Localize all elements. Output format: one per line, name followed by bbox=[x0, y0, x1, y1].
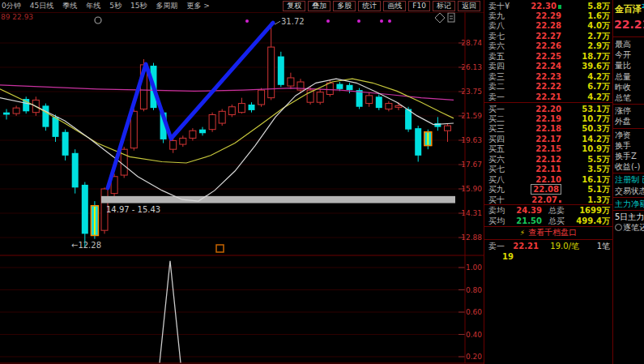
support-band: 14.97 - 15.43 bbox=[101, 196, 455, 214]
ask-label: 卖四 bbox=[488, 62, 514, 71]
bid-price: 22.19 bbox=[514, 114, 561, 124]
ask-volume: 4.2万 bbox=[561, 72, 612, 82]
toolbar-button-7[interactable]: 返回 bbox=[458, 1, 480, 11]
menu-item-2[interactable]: 季线 bbox=[62, 1, 77, 11]
candlestick-chart[interactable]: 28.7426.1323.7521.5919.6317.6715.9014.31… bbox=[0, 0, 484, 364]
bid-label: 买九 bbox=[488, 185, 514, 195]
toolbar-button-1[interactable]: 叠加 bbox=[308, 1, 331, 11]
buy-average-row: 买均 21.50 总买 499.4万 bbox=[484, 216, 612, 226]
bid-price: 22.07 bbox=[514, 195, 561, 205]
bid-volume: 16.1万 bbox=[561, 175, 612, 185]
toolbar-button-0[interactable]: 复权 bbox=[283, 1, 305, 11]
stat-label-10: 净资 bbox=[615, 130, 631, 140]
ask-row-8[interactable]: 卖三22.234.2万 bbox=[484, 71, 612, 82]
bid-row-1[interactable]: 买一22.2053.1万 bbox=[484, 104, 612, 114]
bid-volume: 53.1万 bbox=[561, 105, 612, 114]
divider bbox=[613, 36, 644, 37]
menu-item-6[interactable]: 多周期 bbox=[156, 1, 177, 11]
bid-row-3[interactable]: 买三22.1850.3万 bbox=[484, 124, 612, 135]
chart-frame-lines bbox=[0, 12, 484, 363]
bid-volume: 3.5万 bbox=[561, 165, 612, 174]
ask-label: 卖十¥ bbox=[488, 2, 514, 11]
bid-price: 22.11 bbox=[514, 165, 561, 174]
svg-text:←12.28: ←12.28 bbox=[71, 241, 101, 250]
view-full-depth-link[interactable]: ⚡ 查看千档盘口 bbox=[484, 227, 612, 238]
ask-volume: 2.7万 bbox=[561, 32, 612, 41]
ask-label: 卖七 bbox=[488, 32, 514, 41]
stat-label-21[interactable]: 逐笔还 bbox=[615, 222, 644, 233]
bid-row-9[interactable]: 买九22.085.1万 bbox=[484, 185, 612, 195]
ask-volume: 5.8万 bbox=[561, 2, 612, 11]
stat-label-8: 外盘 bbox=[615, 116, 631, 126]
svg-text:19.63: 19.63 bbox=[461, 136, 482, 144]
svg-text:1.00: 1.00 bbox=[466, 263, 482, 272]
bid-volume: 5.5万 bbox=[561, 155, 612, 165]
ask-row-3[interactable]: 卖八22.284.0万 bbox=[484, 21, 612, 32]
toolbar-button-4[interactable]: 画线 bbox=[383, 1, 406, 11]
stat-label-15: 注册制 已 bbox=[615, 174, 644, 185]
ask-row-9[interactable]: 卖二22.226.7万 bbox=[484, 82, 612, 92]
bid-volume: 5.1万 bbox=[561, 185, 612, 195]
bid-label: 买六 bbox=[488, 155, 514, 165]
bid-row-4[interactable]: 买四22.1714.2万 bbox=[484, 134, 612, 144]
ask-row-6[interactable]: 卖五22.2518.7万 bbox=[484, 51, 612, 62]
ask-price: 22.23 bbox=[514, 72, 561, 82]
stat-label-2: 量比 bbox=[615, 60, 631, 71]
toolbar-button-3[interactable]: 统计 bbox=[358, 1, 381, 11]
svg-text:0.40: 0.40 bbox=[466, 331, 482, 339]
bid-volume: 10.7万 bbox=[561, 114, 612, 124]
menu-item-4[interactable]: 5秒 bbox=[109, 1, 122, 11]
divider bbox=[613, 173, 644, 173]
menu-item-1[interactable]: 45日线 bbox=[30, 1, 53, 11]
bid-row-7[interactable]: 买七22.113.5万 bbox=[484, 165, 612, 175]
tick-price: 22.21 bbox=[511, 242, 539, 251]
total-sell-label: 总卖 bbox=[542, 205, 573, 216]
ask-row-1[interactable]: 卖十¥22.305.8万 bbox=[484, 1, 612, 11]
period-menu-bar: 0分钟45日线季线年线5秒15秒多周期更多 > 复权叠加多股统计画线F10标记返… bbox=[0, 0, 484, 12]
stock-name: 金百泽20 bbox=[615, 3, 644, 15]
svg-text:21.59: 21.59 bbox=[461, 112, 482, 120]
ask-label: 卖六 bbox=[488, 41, 514, 51]
ask-volume: 6.7万 bbox=[561, 82, 612, 92]
sell-average-row: 卖均 24.39 总卖 1699万 bbox=[484, 205, 612, 216]
bid-row-2[interactable]: 买二22.1910.7万 bbox=[484, 113, 612, 124]
ask-row-2[interactable]: 卖九22.291.6万 bbox=[484, 11, 612, 21]
toolbar-button-6[interactable]: 标记 bbox=[433, 1, 455, 11]
bid-price: 22.17 bbox=[514, 135, 561, 144]
stat-label-12: 换手Z bbox=[615, 151, 637, 161]
svg-text:23.75: 23.75 bbox=[461, 88, 482, 96]
svg-text:0.20: 0.20 bbox=[466, 353, 482, 361]
bid-label: 买一 bbox=[488, 105, 514, 114]
bid-row-6[interactable]: 买六22.125.5万 bbox=[484, 154, 612, 165]
ask-row-10[interactable]: 卖一22.214.2万 bbox=[484, 92, 612, 102]
ask-volume: 1.6万 bbox=[561, 11, 612, 21]
ask-price: 22.30 bbox=[514, 2, 561, 11]
bid-row-5[interactable]: 买五22.1510.9万 bbox=[484, 144, 612, 155]
divider bbox=[613, 128, 644, 129]
menu-item-0[interactable]: 0分钟 bbox=[2, 1, 21, 11]
bid-price: 22.10 bbox=[514, 175, 561, 185]
ask-price: 22.25 bbox=[514, 52, 561, 62]
sell-avg-label: 卖均 bbox=[488, 205, 510, 216]
doc-icon bbox=[448, 13, 454, 22]
bid-label: 买七 bbox=[488, 165, 514, 174]
bid-price: 22.12 bbox=[514, 155, 561, 165]
divider bbox=[613, 210, 644, 211]
stat-label-3: 总量 bbox=[615, 71, 631, 82]
ask-volume: 39.6万 bbox=[561, 62, 612, 71]
ask-row-4[interactable]: 卖七22.272.7万 bbox=[484, 31, 612, 41]
total-sell-value: 1699万 bbox=[573, 205, 612, 216]
svg-text:31.72: 31.72 bbox=[281, 17, 305, 26]
toolbar-button-2[interactable]: 多股 bbox=[333, 1, 356, 11]
ask-price: 22.26 bbox=[514, 41, 561, 51]
bid-label: 买三 bbox=[488, 124, 514, 134]
last-price: 22.21 bbox=[614, 18, 644, 31]
ask-row-7[interactable]: 卖四22.2439.6万 bbox=[484, 62, 612, 72]
ask-row-5[interactable]: 卖六22.262.9万 bbox=[484, 41, 612, 52]
toolbar-button-5[interactable]: F10 bbox=[408, 1, 430, 11]
menu-item-5[interactable]: 15秒 bbox=[130, 1, 147, 11]
trendline-drawing[interactable] bbox=[108, 23, 273, 188]
menu-item-3[interactable]: 年线 bbox=[86, 1, 100, 11]
menu-item-7[interactable]: 更多 > bbox=[186, 1, 209, 11]
ask-price: 22.28 bbox=[514, 21, 561, 31]
